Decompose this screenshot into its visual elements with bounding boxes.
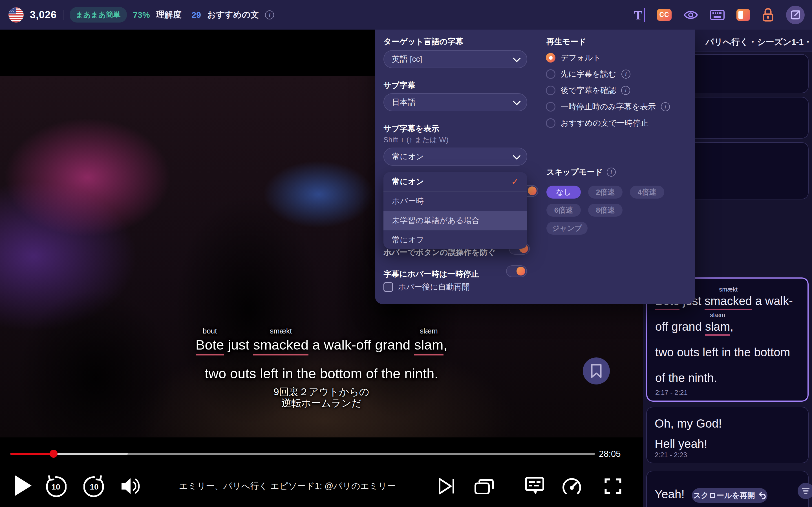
subtitle-line-1[interactable]: Botebout just smackedsmækt a walk-off gr… bbox=[0, 337, 643, 355]
svg-text:10: 10 bbox=[51, 483, 60, 491]
player-settings-panel: ターゲット言語の字幕 英語 [cc] サブ字幕 日本語 サブ字幕を表示 Shif… bbox=[375, 30, 695, 304]
subtitle-word[interactable]: Oh, my God! bbox=[655, 417, 722, 431]
recommended-count: 29 bbox=[192, 10, 201, 20]
show-subtitle-dropdown-menu: 常にオン✓ホバー時未学習の単語がある場合常にオフ bbox=[384, 172, 527, 249]
subtitle-word[interactable]: a walk- bbox=[752, 294, 793, 308]
pronunciation-label: smækt bbox=[253, 327, 308, 335]
subtitle-ja-line-2: 逆転ホームランだ bbox=[0, 397, 643, 410]
dropdown-option-label: ホバー時 bbox=[392, 196, 424, 207]
annotated-word[interactable]: slamslæm bbox=[414, 337, 443, 355]
target-subtitle-select[interactable]: 英語 [cc] bbox=[384, 50, 527, 68]
dropdown-option[interactable]: 常にオフ bbox=[384, 230, 527, 249]
playback-mode-option-label: デフォルト bbox=[560, 52, 601, 63]
subtitle-word[interactable]: off grand bbox=[655, 320, 705, 334]
skip-mode-button[interactable]: ジャンプ bbox=[546, 222, 588, 235]
dropdown-option[interactable]: 未学習の単語がある場合 bbox=[384, 211, 527, 230]
info-icon[interactable]: i bbox=[265, 10, 274, 19]
subtitle-card-current[interactable]: Yeah! スクロールを再開 kʌbz bbox=[646, 471, 809, 507]
playback-mode-option-label: おすすめの文で一時停止 bbox=[560, 118, 649, 128]
bookmark-icon bbox=[590, 363, 603, 378]
playback-mode-option-label: 先に字幕を読む bbox=[560, 69, 616, 79]
annotated-word[interactable]: smackedsmækt bbox=[253, 337, 308, 355]
subtitle-text[interactable]: Yeah! bbox=[655, 488, 684, 501]
hover-pause-label: 字幕にホバー時は一時停止 bbox=[384, 269, 479, 279]
radio-selected[interactable] bbox=[546, 53, 555, 62]
info-icon[interactable]: i bbox=[621, 69, 630, 78]
subtitle-word[interactable]: two outs left in the bottom bbox=[655, 346, 790, 359]
subtitles-button[interactable] bbox=[525, 476, 545, 496]
subtitle-card-line: two outs left in the bottom bbox=[655, 346, 808, 360]
filter-button[interactable] bbox=[798, 483, 812, 499]
skip-mode-button[interactable]: 8倍速 bbox=[588, 204, 622, 217]
annotated-word[interactable]: slamslæm bbox=[705, 320, 730, 336]
annotated-word[interactable]: smackedsmækt bbox=[705, 294, 752, 310]
pronunciation-label: slæm bbox=[705, 312, 730, 319]
forward-10-button[interactable]: 10 bbox=[84, 475, 105, 497]
volume-button[interactable] bbox=[120, 476, 141, 496]
bookmark-button[interactable] bbox=[583, 357, 610, 385]
play-button[interactable] bbox=[13, 474, 33, 497]
progress-knob[interactable] bbox=[50, 450, 57, 458]
playback-mode-option[interactable]: 先に字幕を読むi bbox=[546, 69, 670, 79]
subtitle-word[interactable]: , bbox=[444, 337, 448, 353]
subtitle-card[interactable]: Oh, my God!Hell yeah!2:21 - 2:23 bbox=[646, 407, 809, 463]
episodes-button[interactable] bbox=[474, 477, 494, 495]
auto-resume-checkbox[interactable] bbox=[384, 282, 393, 292]
fullscreen-button[interactable] bbox=[604, 477, 622, 495]
skip-mode-button[interactable]: 6倍速 bbox=[546, 204, 581, 217]
eye-button[interactable] bbox=[683, 10, 698, 20]
open-external-button[interactable] bbox=[786, 6, 805, 24]
series-title[interactable]: パリへ行く・シーズン1-1・... bbox=[705, 36, 812, 48]
side-panel-button[interactable] bbox=[737, 9, 750, 21]
info-icon[interactable]: i bbox=[661, 102, 670, 111]
next-episode-button[interactable] bbox=[438, 477, 456, 495]
dropdown-option[interactable]: ホバー時 bbox=[384, 191, 527, 211]
playback-mode-option[interactable]: 一時停止時のみ字幕を表示i bbox=[546, 102, 670, 112]
annotated-word[interactable]: Botebout bbox=[196, 337, 224, 355]
pronunciation-label: smækt bbox=[705, 286, 752, 293]
radio-unselected[interactable] bbox=[546, 86, 555, 95]
subtitle-line-2[interactable]: two outs left in the bottom of the ninth… bbox=[0, 365, 643, 381]
playback-speed-button[interactable] bbox=[562, 476, 581, 496]
target-subtitle-value: 英語 [cc] bbox=[392, 54, 422, 64]
show-subtitle-label: サブ字幕を表示 bbox=[384, 123, 439, 134]
subtitle-word[interactable]: a walk-off grand bbox=[308, 337, 414, 353]
text-caret bbox=[644, 8, 645, 22]
app-window: Botebout just smackedsmækt a walk-off gr… bbox=[0, 0, 812, 507]
radio-unselected[interactable] bbox=[546, 118, 555, 128]
rewind-10-button[interactable]: 10 bbox=[45, 475, 66, 497]
subtitle-card-line: of the ninth. bbox=[655, 371, 808, 385]
subtitle-word[interactable]: , bbox=[730, 320, 733, 334]
check-icon: ✓ bbox=[511, 176, 519, 187]
radio-unselected[interactable] bbox=[546, 102, 555, 112]
skip-mode-button[interactable]: なし bbox=[546, 186, 581, 199]
secondary-subtitle-select[interactable]: 日本語 bbox=[384, 93, 527, 111]
show-subtitle-select[interactable]: 常にオン bbox=[384, 148, 527, 166]
hover-pause-toggle[interactable] bbox=[506, 265, 527, 277]
lock-button[interactable] bbox=[762, 8, 774, 22]
subtitle-word[interactable]: Hell yeah! bbox=[655, 437, 707, 451]
radio-unselected[interactable] bbox=[546, 69, 555, 79]
known-words-count[interactable]: 3,026 bbox=[30, 9, 57, 21]
chevron-down-icon bbox=[513, 98, 521, 105]
keyboard-button[interactable] bbox=[710, 9, 725, 20]
pronunciation-label: slæm bbox=[414, 327, 443, 335]
playback-mode-option-label: 一時停止時のみ字幕を表示 bbox=[560, 101, 656, 112]
dropdown-option[interactable]: 常にオン✓ bbox=[384, 172, 527, 191]
playback-mode-option[interactable]: デフォルト bbox=[546, 53, 670, 62]
playback-mode-option[interactable]: おすすめの文で一時停止 bbox=[546, 118, 670, 128]
us-flag-icon[interactable] bbox=[8, 7, 24, 22]
info-icon[interactable]: i bbox=[621, 86, 630, 95]
auto-resume-row[interactable]: ホバー後に自動再開 bbox=[384, 282, 470, 292]
dropdown-option-label: 常にオフ bbox=[392, 235, 424, 245]
playback-mode-option[interactable]: 後で字幕を確認i bbox=[546, 86, 670, 95]
resume-scroll-button[interactable]: スクロールを再開 bbox=[692, 488, 767, 503]
text-cursor-tool[interactable]: T bbox=[634, 8, 645, 22]
subtitle-word[interactable]: just bbox=[224, 337, 253, 353]
resume-scroll-label: スクロールを再開 bbox=[693, 490, 755, 501]
skip-mode-button[interactable]: 4倍速 bbox=[630, 186, 664, 199]
difficulty-badge[interactable]: まあまあ簡単 bbox=[70, 7, 126, 22]
skip-mode-button[interactable]: 2倍速 bbox=[588, 186, 622, 199]
subtitle-word[interactable]: of the ninth. bbox=[655, 371, 717, 385]
cc-subtitles-button[interactable]: CC bbox=[657, 9, 672, 21]
